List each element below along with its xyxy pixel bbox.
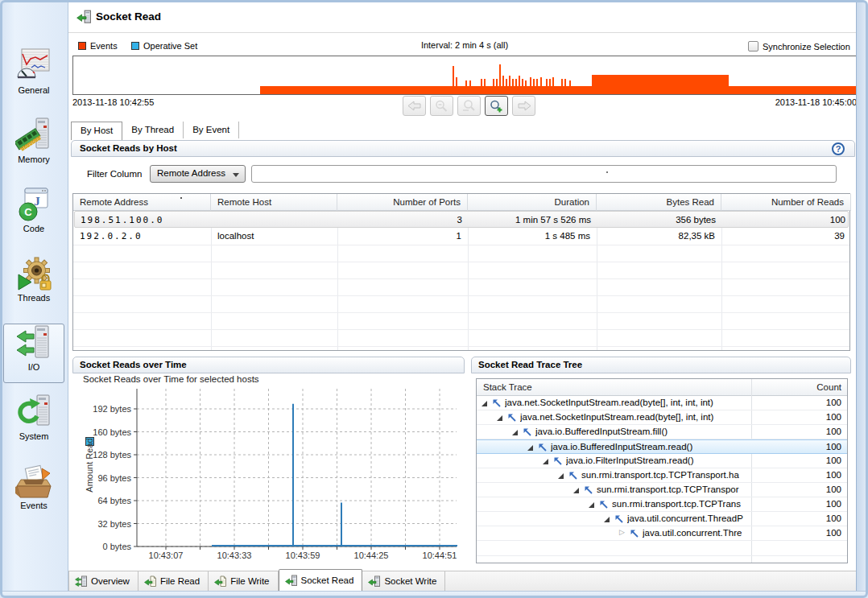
filter-text-input[interactable] <box>251 165 837 183</box>
back-button[interactable] <box>403 96 426 116</box>
svg-text:192 bytes: 192 bytes <box>93 404 131 414</box>
stack-frame-icon <box>523 427 532 437</box>
filter-column-label: Filter Column <box>87 169 142 179</box>
sidebar-item-general[interactable]: General <box>3 47 64 106</box>
table-row-line <box>73 245 849 245</box>
trace-tree-row[interactable]: java.io.BufferedInputStream.fill()100 <box>477 425 847 439</box>
tree-expanded-icon[interactable] <box>543 459 548 464</box>
table-row[interactable]: 192.0.2.0localhost11 s 485 ms82,35 kB39 <box>74 228 849 245</box>
table-row-line <box>73 262 849 262</box>
svg-text:96 bytes: 96 bytes <box>97 473 131 483</box>
bottom-tab-file-write[interactable]: File Write <box>209 571 278 591</box>
trace-tree-section-header: Socket Read Trace Tree <box>471 357 851 373</box>
synchronize-selection-checkbox[interactable] <box>748 41 758 52</box>
trace-tree-row[interactable]: sun.rmi.transport.tcp.TCPTrans100 <box>477 497 847 512</box>
synchronize-selection-label[interactable]: Synchronize Selection <box>763 42 850 52</box>
column-header-duration[interactable]: Duration <box>468 194 597 211</box>
tree-collapsed-icon[interactable]: ▷ <box>619 528 625 536</box>
host-section-header: Socket Reads by Host <box>71 140 855 157</box>
stack-frame-text: sun.rmi.transport.tcp.TCPTranspor <box>597 485 739 494</box>
stack-frame-icon <box>584 485 593 495</box>
header-divider <box>68 32 856 33</box>
trace-tree-row[interactable]: ▷java.util.concurrent.Thre100 <box>477 526 847 541</box>
stack-frame-text: java.util.concurrent.ThreadP <box>627 513 743 523</box>
stack-frame-text: java.util.concurrent.Thre <box>643 528 742 538</box>
zoom-in-button[interactable] <box>485 96 508 116</box>
operative-set-legend-swatch <box>131 42 139 50</box>
forward-button[interactable] <box>512 96 535 116</box>
tree-expanded-icon[interactable] <box>589 502 594 508</box>
svg-text:10:43:59: 10:43:59 <box>286 551 320 560</box>
sidebar-item-i-o[interactable]: I/O <box>3 324 64 383</box>
sidebar-item-label: General <box>18 85 49 95</box>
column-header-remote-address[interactable]: Remote Address <box>73 194 211 211</box>
tree-expanded-icon[interactable] <box>573 488 579 493</box>
svg-text:C: C <box>24 206 32 218</box>
sidebar-item-code[interactable]: JCCode <box>3 185 64 245</box>
count-column-header[interactable]: Count <box>751 379 848 396</box>
bottom-tab-socket-write[interactable]: Socket Write <box>362 571 445 591</box>
table-row-line <box>73 329 849 330</box>
sidebar-item-events[interactable]: Events <box>3 462 64 522</box>
trace-tree-row[interactable]: java.io.BufferedInputStream.read()100 <box>477 439 847 454</box>
bottom-tab-bar: OverviewFile ReadFile WriteSocket ReadSo… <box>68 571 856 591</box>
zoom-range-button[interactable] <box>457 96 481 116</box>
code-icon: JC <box>15 186 52 223</box>
zoom-out-button[interactable] <box>430 96 453 116</box>
stack-frame-icon <box>507 413 517 423</box>
sidebar-item-label: Events <box>20 501 48 510</box>
tree-expanded-icon[interactable] <box>558 473 564 479</box>
column-header-bytes-read[interactable]: Bytes Read <box>597 194 721 211</box>
tab-by-host[interactable]: By Host <box>71 122 122 140</box>
trace-tree-row[interactable]: sun.rmi.transport.tcp.TCPTransport.ha100 <box>477 468 847 483</box>
bottom-tab-overview[interactable]: Overview <box>68 571 138 591</box>
time-chart-title: Socket Reads over Time <box>80 360 187 369</box>
tab-by-thread[interactable]: By Thread <box>122 122 184 138</box>
trace-tree-row[interactable]: java.util.concurrent.ThreadP100 <box>477 512 847 526</box>
trace-tree-row[interactable]: sun.rmi.transport.tcp.TCPTranspor100 <box>477 483 847 497</box>
sidebar-item-threads[interactable]: Threads <box>3 254 64 314</box>
svg-text:32 bytes: 32 bytes <box>97 519 131 529</box>
column-header-number-of-reads[interactable]: Number of Reads <box>721 194 851 211</box>
table-row-line <box>73 278 849 279</box>
filter-column-dropdown[interactable]: Remote Address <box>150 165 246 183</box>
count-value: 100 <box>751 485 841 494</box>
table-row-line <box>73 346 849 347</box>
bottom-tab-file-read[interactable]: File Read <box>138 571 209 591</box>
table-row[interactable]: 198.51.100.031 min 57 s 526 ms356 bytes1… <box>74 211 849 228</box>
stack-frame-icon <box>553 456 563 466</box>
tab-by-event[interactable]: By Event <box>184 122 239 138</box>
count-value: 100 <box>751 398 841 407</box>
window-frame-right <box>856 2 866 591</box>
events-legend-label: Events <box>90 41 118 51</box>
events-icon <box>15 463 52 500</box>
trace-tree-row[interactable]: java.net.SocketInputStream.read(byte[], … <box>477 396 847 410</box>
trace-tree-row[interactable]: java.net.SocketInputStream.read(byte[], … <box>477 410 847 425</box>
tree-expanded-icon[interactable] <box>497 415 502 421</box>
column-header-remote-host[interactable]: Remote Host <box>211 194 337 211</box>
bottom-tab-socket-read[interactable]: Socket Read <box>279 569 363 591</box>
timeline-chart[interactable] <box>72 56 857 95</box>
zoom-range-icon <box>462 100 476 113</box>
tree-expanded-icon[interactable] <box>527 445 533 451</box>
stack-frame-text: java.net.SocketInputStream.read(byte[], … <box>505 398 713 407</box>
stack-trace-column-header[interactable]: Stack Trace <box>477 379 751 396</box>
count-value: 100 <box>751 412 841 422</box>
operative-set-legend-label: Operative Set <box>143 41 197 51</box>
sidebar-item-memory[interactable]: Memory <box>3 116 64 175</box>
svg-text:64 bytes: 64 bytes <box>97 496 131 505</box>
trace-tree-row[interactable]: java.io.FilterInputStream.read()100 <box>477 454 847 468</box>
help-icon[interactable]: ? <box>832 142 845 155</box>
bottom-tab-label: File Write <box>230 576 269 586</box>
tree-expanded-icon[interactable] <box>512 430 518 435</box>
tree-expanded-icon[interactable] <box>482 401 487 406</box>
sidebar-item-system[interactable]: System <box>3 393 64 452</box>
socket-read-icon <box>285 575 297 587</box>
sidebar: GeneralMemoryJCCodeThreadsI/OSystemEvent… <box>0 0 68 591</box>
tree-expanded-icon[interactable] <box>604 517 610 522</box>
column-header-number-of-ports[interactable]: Number of Ports <box>337 194 468 211</box>
page-title: Socket Read <box>96 10 161 23</box>
table-cell: 82,35 kB <box>597 228 721 245</box>
stack-frame-icon <box>599 500 609 509</box>
file-write-icon <box>214 575 226 588</box>
